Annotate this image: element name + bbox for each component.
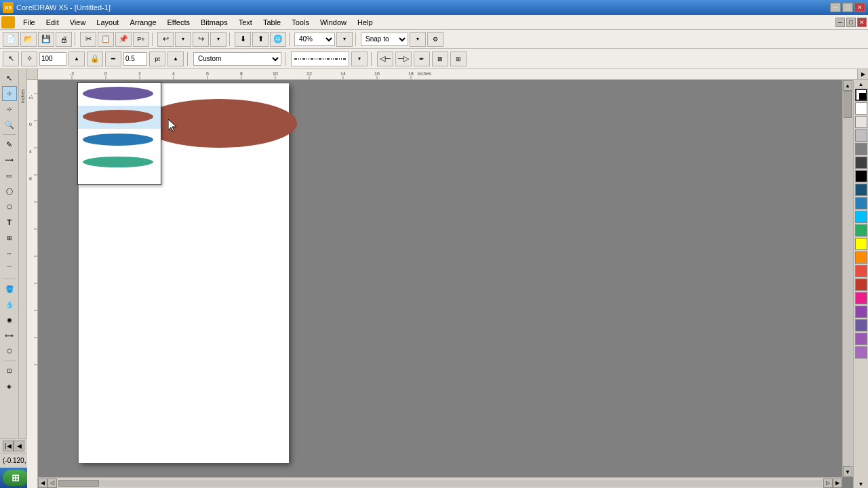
thickness-up-btn[interactable]: ▲ <box>167 52 184 66</box>
select-arrow-btn[interactable]: ↖ <box>3 52 19 66</box>
new-button[interactable]: 📄 <box>3 32 19 47</box>
menu-text[interactable]: Text <box>233 17 258 28</box>
canvas-background[interactable]: ▲ ▼ ◀ ◁ ▷ ▶ <box>38 80 853 488</box>
import-button[interactable]: ⬇ <box>235 32 251 47</box>
behind-fill-btn[interactable]: ⊠ <box>432 52 448 66</box>
copy-button[interactable]: 📋 <box>98 32 114 47</box>
dropdown-option-2[interactable] <box>78 106 161 129</box>
palette-yellow[interactable] <box>855 238 867 250</box>
scroll-next-page-button[interactable]: ▷ <box>823 479 833 488</box>
redo-dropdown[interactable]: ▾ <box>210 32 226 47</box>
snap-select[interactable]: Snap to <box>361 33 408 46</box>
menu-table[interactable]: Table <box>258 17 286 28</box>
palette-no-fill[interactable] <box>855 89 867 101</box>
menu-help[interactable]: Help <box>352 17 378 28</box>
tool-polygon[interactable]: ⬡ <box>2 199 17 214</box>
paste-special-button[interactable]: P+ <box>133 32 149 47</box>
tool-outline[interactable]: ◉ <box>2 312 17 327</box>
scale-with-image-btn[interactable]: ⊞ <box>450 52 467 66</box>
scroll-thumb-v[interactable] <box>844 91 852 118</box>
doc-close-button[interactable]: ✕ <box>857 18 867 27</box>
dropdown-option-3[interactable] <box>78 129 161 152</box>
print-button[interactable]: 🖨 <box>56 32 72 47</box>
scroll-track-v[interactable] <box>843 91 853 466</box>
scroll-down-button[interactable]: ▼ <box>843 466 852 477</box>
menu-view[interactable]: View <box>64 17 92 28</box>
scroll-up-button[interactable]: ▲ <box>843 80 852 91</box>
tool-table[interactable]: ⊞ <box>2 230 17 245</box>
scroll-prev-page-button[interactable]: ◁ <box>47 479 57 488</box>
tool-smart[interactable]: ⟿ <box>2 152 17 167</box>
scroll-right-button[interactable]: ▶ <box>833 479 842 488</box>
menu-effects[interactable]: Effects <box>162 17 195 28</box>
start-arrow-btn[interactable]: ◁─ <box>377 52 393 66</box>
paste-button[interactable]: 📌 <box>115 32 132 47</box>
tool-connector[interactable]: ⌒ <box>2 262 17 277</box>
line-style-select[interactable]: Custom <box>193 52 281 66</box>
page-prev-button[interactable]: ◀ <box>14 441 24 451</box>
palette-magenta[interactable] <box>855 292 867 304</box>
tool-text[interactable]: T <box>2 215 17 230</box>
angle-input[interactable] <box>39 52 66 66</box>
calligraphy-btn[interactable]: ✒ <box>414 52 430 66</box>
close-button[interactable]: ✕ <box>854 3 865 12</box>
tool-freehand[interactable]: ✎ <box>2 137 17 152</box>
tool-eyedropper[interactable]: 💧 <box>2 297 17 312</box>
palette-purple[interactable] <box>855 306 867 318</box>
tool-select[interactable]: ↖ <box>2 70 17 85</box>
cut-button[interactable]: ✂ <box>80 32 96 47</box>
undo-dropdown[interactable]: ▾ <box>175 32 191 47</box>
open-button[interactable]: 📂 <box>20 32 37 47</box>
palette-blue[interactable] <box>855 197 867 209</box>
lock-ratio-btn[interactable]: 🔒 <box>87 52 103 66</box>
palette-orange[interactable] <box>855 251 867 264</box>
ruler-scroll-right[interactable]: ▶ <box>857 69 868 80</box>
tool-blend[interactable]: ⟺ <box>2 328 17 343</box>
scroll-left-button[interactable]: ◀ <box>38 479 47 488</box>
palette-green[interactable] <box>855 224 867 237</box>
publish-button[interactable]: 🌐 <box>270 32 286 47</box>
palette-dark-gray[interactable] <box>855 157 867 169</box>
dropdown-option-1[interactable] <box>78 83 161 106</box>
palette-white[interactable] <box>855 102 867 115</box>
palette-gray[interactable] <box>855 143 867 155</box>
snap-dropdown[interactable]: ▾ <box>410 32 426 47</box>
dropdown-option-4[interactable] <box>78 152 161 174</box>
dash-dropdown-btn[interactable]: ▾ <box>351 52 368 66</box>
minimize-button[interactable]: ─ <box>830 3 841 12</box>
menu-layout[interactable]: Layout <box>91 17 124 28</box>
palette-black[interactable] <box>855 170 867 182</box>
palette-dark-red[interactable] <box>855 279 867 291</box>
options-button[interactable]: ⚙ <box>427 32 443 47</box>
tool-fill[interactable]: 🪣 <box>2 281 17 296</box>
tool-ellipse[interactable]: ◯ <box>2 184 17 199</box>
menu-file[interactable]: File <box>18 17 41 28</box>
palette-medium-gray[interactable] <box>855 129 867 142</box>
maximize-button[interactable]: □ <box>842 3 853 12</box>
angle-up-btn[interactable]: ▲ <box>68 52 85 66</box>
palette-lavender[interactable] <box>855 346 867 359</box>
freehand-btn[interactable]: ✧ <box>21 52 37 66</box>
save-button[interactable]: 💾 <box>38 32 54 47</box>
tool-extrude[interactable]: ⬡ <box>2 344 17 359</box>
scroll-thumb-h[interactable] <box>58 480 99 487</box>
palette-violet[interactable] <box>855 333 867 345</box>
start-button[interactable]: ⊞ <box>3 470 28 486</box>
zoom-select[interactable]: 40% 50% 75% 100% <box>294 33 335 46</box>
export-button[interactable]: ⬆ <box>252 32 269 47</box>
menu-edit[interactable]: Edit <box>41 17 64 28</box>
undo-button[interactable]: ↩ <box>157 32 174 47</box>
menu-arrange[interactable]: Arrange <box>124 17 161 28</box>
palette-scroll-down[interactable]: ▼ <box>856 480 867 488</box>
tool-dimension[interactable]: ↔ <box>2 246 17 261</box>
menu-bitmaps[interactable]: Bitmaps <box>195 17 233 28</box>
stroke-dropdown-panel[interactable] <box>77 82 161 185</box>
menu-window[interactable]: Window <box>315 17 352 28</box>
redo-button[interactable]: ↪ <box>193 32 209 47</box>
palette-red[interactable] <box>855 265 867 277</box>
zoom-dropdown[interactable]: ▾ <box>336 32 353 47</box>
tool-shadow[interactable]: ⊡ <box>2 363 17 378</box>
tool-crop[interactable]: ⊹ <box>2 102 17 117</box>
palette-medium-purple[interactable] <box>855 319 867 331</box>
end-arrow-btn[interactable]: ─▷ <box>395 52 412 66</box>
